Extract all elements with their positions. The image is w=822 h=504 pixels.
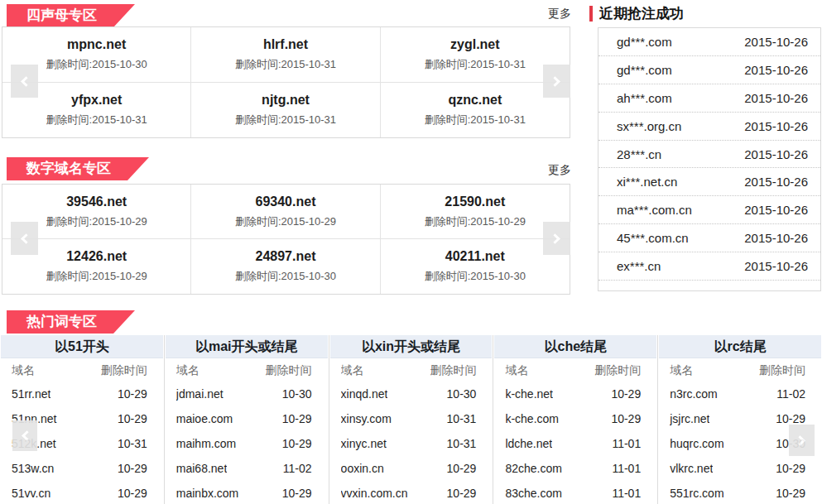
domain-card[interactable]: hlrf.net 删除时间:2015-10-31: [191, 27, 380, 83]
domain-card[interactable]: 21590.net 删除时间:2015-10-29: [381, 185, 570, 239]
hot-delete-date: 10-29: [611, 387, 641, 401]
domain-card[interactable]: njtg.net 删除时间:2015-10-31: [191, 83, 380, 138]
numeric-more-link[interactable]: 更多: [548, 163, 571, 178]
domain-card[interactable]: 24897.net 删除时间:2015-10-30: [191, 239, 380, 294]
hot-domain-link[interactable]: n3rc.com: [670, 387, 718, 401]
domain-name: 21590.net: [445, 194, 505, 209]
hot-row: ooxin.cn 10-29: [329, 456, 493, 481]
hot-col-title: 以mai开头或结尾: [166, 335, 328, 358]
hot-domain-link[interactable]: mainbx.com: [176, 487, 238, 500]
hot-row: vlkrc.net 10-29: [658, 456, 822, 481]
hot-domain-link[interactable]: vvxin.com.cn: [341, 487, 408, 500]
domain-card[interactable]: 40211.net 删除时间:2015-10-30: [381, 239, 570, 294]
recent-date: 2015-10-26: [744, 119, 808, 133]
recent-item: xi***.net.cn 2015-10-26: [598, 168, 820, 196]
recent-item: 28***.cn 2015-10-26: [598, 141, 820, 169]
recent-domain: xi***.net.cn: [617, 175, 677, 189]
page: 四声母专区 更多 mpnc.net 删除时间:2015-10-30 hlrf.n…: [0, 0, 822, 504]
hot-domain-link[interactable]: xinqd.net: [341, 387, 388, 401]
hot-row: k-che.net 10-29: [493, 382, 657, 406]
hot-row: 83che.com 11-01: [493, 481, 657, 504]
chevron-left-icon: [21, 76, 31, 87]
recent-domain: 45***.com.cn: [617, 231, 689, 245]
recent-domain: sx***.org.cn: [617, 119, 681, 133]
hot-delete-date: 10-29: [118, 487, 147, 500]
hot-delete-date: 11-01: [612, 437, 641, 450]
hot-domain-link[interactable]: maioe.com: [176, 412, 233, 425]
hot-col-title: 以51开头: [1, 335, 163, 358]
domain-column-header: 域名: [670, 363, 693, 378]
hot-domain-link[interactable]: 51rr.net: [12, 387, 50, 401]
hot-row: k-che.com 10-29: [493, 406, 657, 431]
chevron-right-icon: [550, 233, 560, 244]
delete-time-column-header: 删除时间: [430, 363, 476, 378]
domain-card[interactable]: zygl.net 删除时间:2015-10-31: [381, 27, 570, 83]
hot-column-mai: 以mai开头或结尾 域名 删除时间 jdmai.net 10-30 maioe.…: [164, 335, 329, 504]
hot-domain-link[interactable]: vlkrc.net: [670, 462, 713, 475]
hot-delete-date: 10-29: [118, 412, 147, 425]
carousel-next-button[interactable]: [789, 425, 815, 456]
hot-column-rc: 以rc结尾 域名 删除时间 n3rc.com 11-02 jsjrc.net 1…: [657, 335, 822, 504]
column-headers: 域名 删除时间: [165, 360, 329, 382]
carousel-prev-button[interactable]: [11, 65, 38, 98]
hot-domain-link[interactable]: mai68.net: [176, 462, 227, 475]
domain-column-header: 域名: [12, 363, 35, 378]
hot-domain-link[interactable]: ldche.net: [505, 437, 552, 450]
recent-date: 2015-10-26: [744, 35, 808, 49]
hot-row: 513w.cn 10-29: [0, 456, 164, 481]
hot-col-title: 以che结尾: [494, 335, 656, 358]
domain-name: 40211.net: [445, 249, 505, 264]
hot-delete-date: 10-29: [282, 412, 312, 425]
domain-name: 69340.net: [256, 194, 316, 209]
delete-time: 删除时间:2015-10-31: [46, 113, 147, 127]
hot-domain-link[interactable]: 51vv.cn: [12, 487, 50, 500]
four-letter-card-grid: mpnc.net 删除时间:2015-10-30 hlrf.net 删除时间:2…: [2, 26, 570, 138]
hot-domain-link[interactable]: 513w.cn: [12, 462, 54, 475]
recent-domain: ah***.com: [617, 91, 672, 105]
delete-time: 删除时间:2015-10-30: [46, 57, 147, 72]
numeric-card-grid: 39546.net 删除时间:2015-10-29 69340.net 删除时间…: [2, 184, 570, 295]
hot-col-title: 以xin开头或结尾: [330, 335, 493, 358]
hot-domain-link[interactable]: k-che.net: [505, 387, 553, 401]
hot-delete-date: 10-30: [282, 387, 312, 401]
carousel-prev-button[interactable]: [11, 222, 38, 255]
four-letter-more-link[interactable]: 更多: [548, 7, 571, 22]
hot-domain-link[interactable]: xinsy.com: [341, 412, 392, 425]
hot-domain-link[interactable]: ooxin.cn: [341, 462, 384, 475]
hot-domain-link[interactable]: 82che.com: [505, 462, 561, 475]
recent-item: ex***.cn 2015-10-26: [598, 252, 820, 281]
hot-domain-link[interactable]: huqrc.com: [670, 437, 723, 450]
chevron-left-icon: [21, 233, 31, 244]
hot-delete-date: 10-29: [118, 462, 147, 475]
domain-column-header: 域名: [176, 363, 199, 378]
hot-delete-date: 11-01: [612, 462, 641, 475]
column-headers: 域名 删除时间: [0, 360, 164, 382]
hot-row: 51vv.cn 10-29: [0, 481, 164, 504]
column-headers: 域名 删除时间: [658, 360, 822, 382]
recent-success-title: 近期抢注成功: [599, 4, 684, 23]
hot-row: n3rc.com 11-02: [658, 382, 822, 406]
hot-words-table: 以51开头 域名 删除时间 51rr.net 10-29 51nn.net 10…: [0, 335, 822, 504]
recent-success-header: 近期抢注成功: [589, 4, 684, 23]
hot-delete-date: 10-31: [447, 437, 477, 450]
recent-date: 2015-10-26: [744, 63, 808, 77]
domain-card[interactable]: qznc.net 删除时间:2015-10-31: [381, 83, 570, 138]
delete-time: 删除时间:2015-10-29: [46, 269, 147, 284]
domain-card[interactable]: 69340.net 删除时间:2015-10-29: [191, 185, 380, 239]
carousel-next-button[interactable]: [543, 65, 570, 98]
hot-domain-link[interactable]: jdmai.net: [176, 387, 224, 401]
hot-domain-link[interactable]: 83che.com: [505, 487, 561, 500]
title-accent-bar: [589, 6, 593, 22]
hot-domain-link[interactable]: 551rc.com: [670, 487, 723, 500]
hot-domain-link[interactable]: k-che.com: [505, 412, 559, 425]
hot-domain-link[interactable]: maihm.com: [176, 437, 236, 450]
hot-domain-link[interactable]: jsjrc.net: [670, 412, 709, 425]
carousel-next-button[interactable]: [543, 222, 570, 255]
carousel-prev-button[interactable]: [12, 420, 37, 451]
delete-time: 删除时间:2015-10-31: [425, 57, 526, 72]
hot-domain-link[interactable]: xinyc.net: [341, 437, 387, 450]
recent-domain: ex***.cn: [617, 259, 661, 273]
delete-time: 删除时间:2015-10-30: [425, 269, 526, 284]
chevron-right-icon: [550, 76, 560, 87]
hot-delete-date: 10-29: [282, 437, 312, 450]
